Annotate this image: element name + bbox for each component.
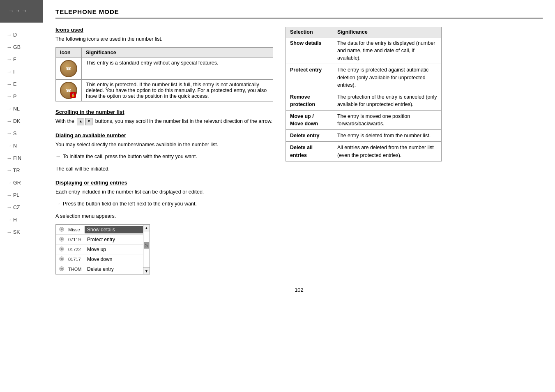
nav-gb[interactable]: → GB (0, 41, 43, 53)
arrow-1: → (8, 7, 14, 14)
menu-scroll-track: ½ (143, 231, 150, 267)
menu-row-1[interactable]: ☎07119Protect entry (56, 235, 143, 244)
standard-phone-icon: ☎ (60, 60, 77, 77)
right-column: Selection Significance Show detailsThe d… (286, 27, 442, 161)
page-title: TELEPHONE MODE (55, 8, 119, 15)
menu-scrollbar: ▲½▼ (143, 225, 150, 274)
info-table-row-4: Delete entryThe entry is deleted from th… (286, 130, 442, 142)
menu-row-label-3[interactable]: Move down (85, 256, 143, 262)
menu-rows-container: ☎MisseShow details☎07119Protect entry☎01… (56, 225, 143, 274)
svg-text:☎: ☎ (60, 248, 63, 250)
displaying-title: Displaying or editing entries (55, 180, 273, 186)
dialing-para2: The call will be initiated. (55, 165, 273, 173)
arrow-3: → (21, 7, 27, 14)
dialing-section: Dialing an available number You may sele… (55, 132, 273, 173)
displaying-para1: Each entry included in the number list c… (55, 188, 273, 196)
scrolling-para: With the ▲ ▼ buttons, you may scroll in … (55, 118, 273, 125)
menu-row-label-4[interactable]: Delete entry (85, 266, 143, 272)
info-value-2: The protection of the entry is canceled … (333, 91, 442, 110)
menu-row-icon-3: ☎ (56, 256, 67, 263)
menu-scroll-up-btn[interactable]: ▲ (143, 225, 150, 231)
info-table-row-5: Delete allentriesAll entries are deleted… (286, 142, 442, 161)
info-value-4: The entry is deleted from the number lis… (333, 130, 442, 142)
icon-protected-text: This entry is protected. If the number l… (82, 80, 273, 101)
nav-n[interactable]: → N (0, 140, 43, 152)
info-table: Selection Significance Show detailsThe d… (286, 27, 442, 161)
displaying-bullet1: → Press the button field on the left nex… (55, 200, 273, 208)
icons-used-title: Icons used (55, 27, 273, 33)
info-value-0: The data for the entry is displayed (num… (333, 37, 442, 64)
dialing-para1: You may select directly the numbers/name… (55, 141, 273, 149)
menu-row-num-0: Misse (67, 227, 85, 232)
menu-row-4[interactable]: ☎THOMDelete entry (56, 264, 143, 274)
info-key-2: Removeprotection (286, 91, 333, 110)
info-value-5: All entries are deleted from the number … (333, 142, 442, 161)
scrolling-text-before: With the (55, 118, 74, 124)
page-title-bar: TELEPHONE MODE (55, 8, 543, 18)
left-column: Icons used The following icons are used … (55, 27, 273, 274)
table-row: ☎ This entry is a standard entry without… (56, 58, 273, 80)
info-key-0: Show details (286, 37, 333, 64)
nav-pl[interactable]: → PL (0, 189, 43, 201)
scrolling-section: Scrolling in the number list With the ▲ … (55, 109, 273, 125)
nav-gr[interactable]: → GR (0, 177, 43, 189)
arrow-2: → (15, 7, 21, 14)
dialing-bullet1: → To initiate the call, press the button… (55, 153, 273, 161)
svg-text:☎: ☎ (60, 238, 63, 240)
svg-text:☎: ☎ (60, 258, 63, 260)
protected-phone-icon: ☎ 🔒 (60, 82, 77, 99)
menu-row-0[interactable]: ☎MisseShow details (56, 225, 143, 235)
nav-fin[interactable]: → FIN (0, 152, 43, 164)
table-row: ☎ 🔒 This entry is protected. If the numb… (56, 80, 273, 101)
menu-popup: ☎MisseShow details☎07119Protect entry☎01… (55, 224, 150, 274)
icon-protected-cell: ☎ 🔒 (56, 80, 82, 101)
menu-row-label-1[interactable]: Protect entry (85, 237, 143, 242)
scroll-down-btn[interactable]: ▼ (85, 118, 92, 125)
svg-text:☎: ☎ (60, 228, 63, 231)
info-key-3: Move up /Move down (286, 111, 333, 130)
nav-d[interactable]: → D (0, 29, 43, 41)
icons-used-intro: The following icons are used in the numb… (55, 35, 273, 43)
nav-p[interactable]: → P (0, 90, 43, 103)
info-value-3: The entry is moved one position forwards… (333, 111, 442, 130)
nav-nl[interactable]: → NL (0, 103, 43, 115)
info-col1: Selection (286, 27, 333, 37)
info-key-1: Protect entry (286, 64, 333, 91)
menu-row-2[interactable]: ☎01722Move up (56, 244, 143, 254)
nav-tr[interactable]: → TR (0, 164, 43, 177)
scroll-up-btn[interactable]: ▲ (77, 118, 84, 125)
info-table-row-0: Show detailsThe data for the entry is di… (286, 37, 442, 64)
menu-row-icon-4: ☎ (56, 266, 67, 272)
scrolling-title: Scrolling in the number list (55, 109, 273, 115)
svg-text:☎: ☎ (66, 66, 71, 71)
icons-table: Icon Significance ☎ (55, 47, 273, 101)
scroll-buttons: ▲ ▼ (77, 118, 92, 125)
info-key-4: Delete entry (286, 130, 333, 142)
nav-s[interactable]: → S (0, 127, 43, 140)
nav-dk[interactable]: → DK (0, 115, 43, 127)
page-number: 102 (55, 287, 543, 293)
menu-scroll-thumb: ½ (144, 242, 149, 249)
nav-e[interactable]: → E (0, 78, 43, 90)
nav-i[interactable]: → I (0, 66, 43, 78)
dialing-title: Dialing an available number (55, 132, 273, 138)
info-key-5: Delete allentries (286, 142, 333, 161)
nav-sk[interactable]: → SK (0, 226, 43, 238)
menu-row-num-2: 01722 (67, 247, 85, 252)
menu-row-num-4: THOM (67, 267, 85, 272)
menu-row-3[interactable]: ☎01717Move down (56, 254, 143, 264)
displaying-section: Displaying or editing entries Each entry… (55, 180, 273, 274)
svg-text:☎: ☎ (60, 267, 63, 270)
info-value-1: The entry is protected against automatic… (333, 64, 442, 91)
lock-badge: 🔒 (70, 92, 76, 98)
info-table-row-3: Move up /Move downThe entry is moved one… (286, 111, 442, 130)
menu-row-label-0[interactable]: Show details (85, 226, 143, 233)
info-table-row-2: RemoveprotectionThe protection of the en… (286, 91, 442, 110)
menu-row-num-1: 07119 (67, 237, 85, 242)
menu-scroll-down-btn[interactable]: ▼ (143, 267, 150, 274)
nav-h[interactable]: → H (0, 214, 43, 226)
menu-row-label-2[interactable]: Move up (85, 247, 143, 252)
nav-f[interactable]: → F (0, 53, 43, 66)
sidebar: → → → → D→ GB→ F→ I→ E→ P→ NL→ DK→ S→ N→… (0, 0, 43, 392)
nav-cz[interactable]: → CZ (0, 201, 43, 214)
